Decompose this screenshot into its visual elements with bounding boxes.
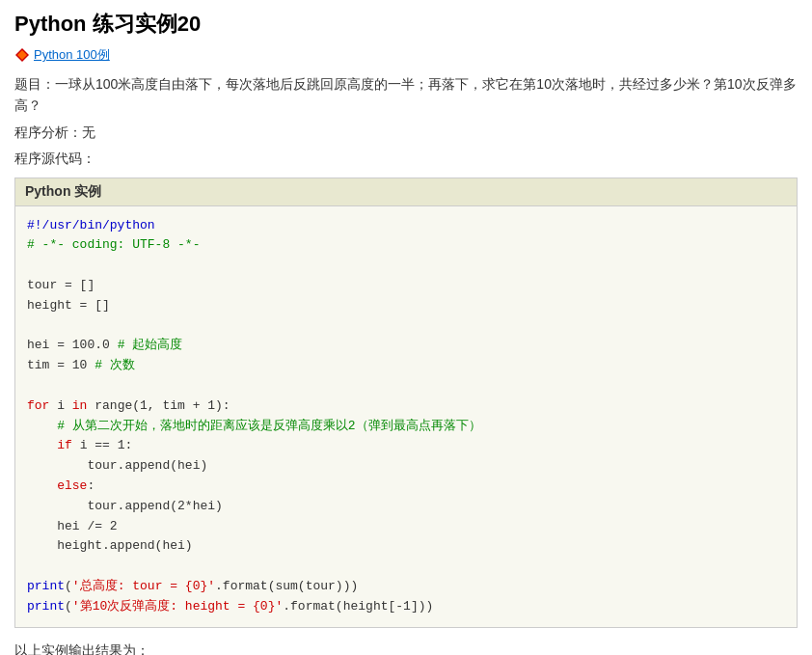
python-100-link[interactable]: Python 100例 — [34, 46, 110, 64]
code-body: #!/usr/bin/python # -*- coding: UTF-8 -*… — [15, 206, 797, 627]
nav-link-row: Python 100例 — [14, 46, 798, 64]
code-section-title: Python 实例 — [15, 178, 797, 206]
page-title: Python 练习实例20 — [14, 10, 798, 39]
problem-description: 题目：一球从100米高度自由落下，每次落地后反跳回原高度的一半；再落下，求它在第… — [14, 73, 798, 117]
code-section: Python 实例 #!/usr/bin/python # -*- coding… — [14, 177, 798, 628]
analysis: 程序分析：无 — [14, 122, 798, 143]
output-intro: 以上实例输出结果为： — [14, 640, 798, 656]
source-label: 程序源代码： — [14, 148, 798, 169]
nav-icon — [14, 47, 30, 63]
